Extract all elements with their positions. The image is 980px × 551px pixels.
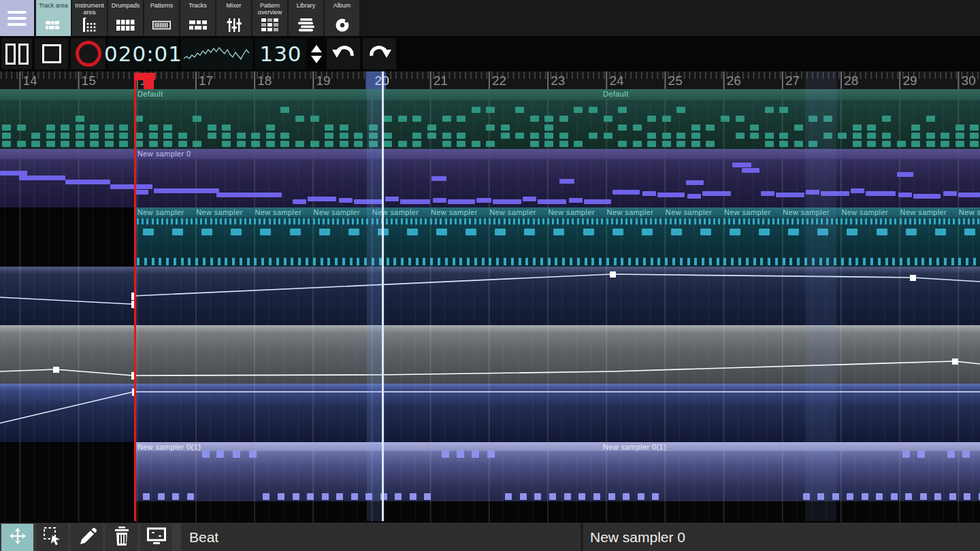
stop-button[interactable]: [35, 38, 68, 69]
note-dot: [876, 493, 883, 500]
drum-cell: [853, 133, 862, 139]
delete-tool-button[interactable]: [105, 524, 137, 551]
step-tick: [249, 218, 251, 224]
step-tick: [240, 218, 242, 224]
step-tick: [425, 218, 427, 224]
playhead-marker-flag[interactable]: [135, 73, 155, 89]
step-tick: [234, 218, 236, 224]
move-tool-button[interactable]: [1, 524, 33, 551]
tab-library[interactable]: Library: [289, 0, 323, 36]
clip-samplersteps[interactable]: New samplerNew samplerNew samplerNew sam…: [134, 207, 980, 267]
playhead-flag-part: [144, 80, 154, 89]
step-cell: [759, 229, 770, 235]
midi-note: [584, 199, 611, 204]
step-tick: [342, 258, 345, 265]
screen-fit-tool-button[interactable]: [140, 524, 172, 551]
pencil-tool-button[interactable]: [71, 524, 103, 551]
edit-cursor-line[interactable]: [382, 71, 384, 521]
tab-mixer[interactable]: Mixer: [216, 0, 251, 36]
tempo-display[interactable]: 130: [255, 38, 306, 69]
midi-note: [866, 191, 896, 196]
step-tick: [459, 218, 461, 224]
step-tick: [547, 218, 549, 224]
step-tick: [738, 258, 741, 265]
track-automation2[interactable]: [0, 325, 980, 384]
drum-cell: [853, 141, 862, 147]
undo-button[interactable]: [327, 38, 360, 69]
tab-drumpads[interactable]: Drumpads: [108, 0, 143, 36]
step-tick: [259, 218, 261, 224]
tab-track-area[interactable]: Track area: [36, 0, 71, 36]
tab-patterns[interactable]: Patterns: [144, 0, 179, 36]
drum-cell: [222, 141, 231, 147]
drum-cell: [750, 124, 759, 131]
step-tick: [313, 258, 316, 265]
drum-cell: [105, 124, 114, 131]
step-tick: [591, 258, 594, 265]
tab-pattern-overview[interactable]: Pattern overview: [252, 0, 287, 36]
waveform-display[interactable]: [181, 38, 252, 69]
pause-button[interactable]: [1, 38, 32, 69]
ruler-bar-number: 15: [82, 73, 96, 88]
step-tick: [218, 258, 220, 265]
ruler-bar-number: 14: [22, 73, 37, 88]
drum-cell: [325, 141, 333, 147]
step-tick: [166, 218, 168, 224]
drum-cell: [589, 107, 598, 113]
step-tick: [863, 258, 866, 265]
step-tick: [269, 218, 271, 224]
bottom-toolbar: Beat New sampler 0: [0, 522, 980, 551]
track-sampler0[interactable]: New sampler 0: [0, 149, 980, 207]
automation-handle[interactable]: [952, 358, 958, 365]
midi-note: [216, 193, 282, 197]
pause-icon: [5, 44, 16, 65]
tab-label: Mixer: [216, 0, 251, 16]
step-cell: [436, 229, 447, 235]
hamburger-menu-icon[interactable]: [0, 0, 34, 36]
drum-cell: [956, 133, 964, 139]
midi-note: [308, 197, 336, 201]
track-beat[interactable]: DefaultDefault: [0, 89, 980, 149]
drum-cell: [383, 133, 392, 139]
step-tick: [215, 218, 217, 224]
tab-album[interactable]: Album: [325, 0, 359, 36]
clip-sampler01[interactable]: New sampler 0(1)New sampler 0(1): [134, 442, 980, 501]
instrument-name-panel[interactable]: New sampler 0: [583, 524, 980, 551]
track-sampler01[interactable]: New sampler 0(1)New sampler 0(1): [0, 442, 980, 501]
step-tick: [464, 218, 466, 224]
pattern-name-panel[interactable]: Beat: [181, 524, 589, 551]
time-display[interactable]: 020:01: [108, 38, 178, 69]
step-tick: [327, 258, 330, 265]
automation-handle[interactable]: [610, 271, 616, 278]
step-tick: [657, 258, 660, 265]
automation-handle[interactable]: [910, 275, 916, 281]
marquee-select-tool-button[interactable]: [36, 524, 68, 551]
record-button[interactable]: [71, 38, 105, 69]
step-tick: [915, 258, 917, 265]
step-tick: [430, 258, 433, 265]
drum-cell: [926, 116, 935, 122]
step-tick: [393, 258, 396, 265]
instrument-area-icon: [82, 16, 98, 34]
track-samplersteps[interactable]: New samplerNew samplerNew samplerNew sam…: [0, 207, 980, 267]
clip-header: [134, 442, 980, 451]
tempo-stepper[interactable]: [308, 38, 325, 69]
drum-cell: [559, 133, 568, 139]
playhead-line[interactable]: [134, 73, 136, 521]
step-tick: [636, 218, 638, 224]
redo-button[interactable]: [363, 38, 396, 69]
drum-cell: [178, 133, 187, 139]
step-tick: [570, 258, 572, 265]
track-automation1[interactable]: [0, 267, 980, 325]
tab-tracks[interactable]: Tracks: [180, 0, 215, 36]
automation-handle[interactable]: [53, 367, 59, 373]
drum-cell: [691, 124, 700, 131]
step-tick: [244, 218, 246, 224]
midi-note: [0, 171, 27, 176]
midi-note: [732, 163, 751, 167]
step-tick: [777, 218, 779, 224]
drum-cell: [46, 133, 55, 139]
tab-instrument-area[interactable]: Instrument area: [72, 0, 107, 36]
midi-note: [569, 198, 583, 203]
track-automation3[interactable]: [0, 384, 980, 442]
